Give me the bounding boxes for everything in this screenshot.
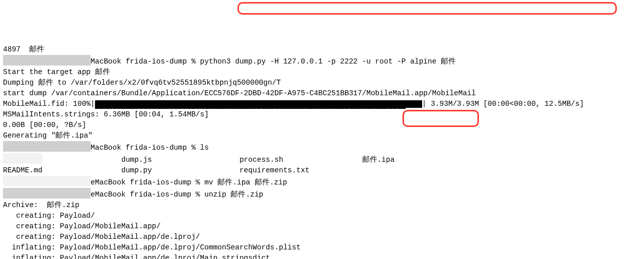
terminal-text: Generating "邮件.ipa"	[3, 132, 93, 140]
terminal-line: 0.00B [00:00, ?B/s]	[3, 120, 641, 131]
terminal-text: creating: Payload/	[3, 212, 95, 220]
terminal-text: inflating: Payload/MobileMail.app/de.lpr…	[3, 243, 301, 251]
terminal-text: eMacBook frida-ios-dump % unzip 邮件.zip	[91, 190, 263, 199]
terminal-line: MSMailIntents.strings: 6.36MB [00:04, 1.…	[3, 109, 641, 120]
highlight-command	[237, 2, 617, 15]
terminal-text: MacBook frida-ios-dump % ls	[91, 144, 209, 152]
redacted-hostname	[3, 141, 91, 152]
ls-output: dump.py requirements.txt	[42, 166, 309, 174]
terminal-text: Start the target app 邮件	[3, 68, 110, 76]
terminal-line: eMacBook frida-ios-dump % mv 邮件.ipa 邮件.z…	[3, 176, 641, 188]
ls-output: dump.js process.sh 邮件.ipa	[42, 156, 394, 164]
terminal-text: MSMailIntents.strings: 6.36MB [00:04, 1.…	[3, 110, 209, 118]
terminal-text: 4897 邮件	[3, 45, 44, 53]
terminal-text: 0.00B [00:00, ?B/s]	[3, 121, 86, 129]
terminal-text: MacBook frida-ios-dump % python3 dump.py…	[91, 57, 456, 66]
redacted-hostname	[3, 188, 91, 199]
redacted-text: LICENSE	[3, 153, 42, 164]
terminal-text: inflating: Payload/MobileMail.app/de.lpr…	[3, 254, 270, 259]
terminal-text: creating: Payload/MobileMail.app/de.lpro…	[3, 233, 200, 241]
terminal-line: creating: Payload/MobileMail.app/	[3, 221, 641, 232]
terminal-line: LICENSE dump.js process.sh 邮件.ipa	[3, 153, 641, 165]
ls-col1: README.md	[3, 166, 42, 174]
terminal-line: creating: Payload/MobileMail.app/de.lpro…	[3, 232, 641, 242]
terminal-text: Archive: 邮件.zip	[3, 201, 79, 209]
terminal-line: eMacBook frida-ios-dump % unzip 邮件.zip	[3, 188, 641, 200]
progress-bar: ████████████████████████████████████████…	[95, 100, 422, 108]
terminal-line: inflating: Payload/MobileMail.app/de.lpr…	[3, 242, 641, 253]
terminal-text: Dumping 邮件 to /var/folders/x2/0fvq6tv525…	[3, 79, 281, 87]
terminal-line: creating: Payload/	[3, 211, 641, 221]
redacted-hostname	[3, 55, 91, 66]
terminal-text: start dump /var/containers/Bundle/Applic…	[3, 89, 476, 97]
terminal-line: MobileMail.fid: 100%|███████████████████…	[3, 99, 641, 109]
progress-stats: | 3.93M/3.93M [00:00<00:00, 12.5MB/s]	[422, 100, 584, 108]
progress-label: MobileMail.fid: 100%|	[3, 100, 95, 108]
terminal-line: 4897 邮件	[3, 44, 641, 55]
redacted-hostname	[3, 176, 91, 186]
terminal-text: eMacBook frida-ios-dump % mv 邮件.ipa 邮件.z…	[91, 178, 287, 186]
terminal-text: creating: Payload/MobileMail.app/	[3, 222, 160, 230]
terminal-line: MacBook frida-ios-dump % ls	[3, 141, 641, 153]
terminal-line: Generating "邮件.ipa"	[3, 131, 641, 141]
terminal-line: MacBook frida-ios-dump % python3 dump.py…	[3, 55, 641, 67]
terminal-line: inflating: Payload/MobileMail.app/de.lpr…	[3, 253, 641, 259]
terminal-line: README.md dump.py requirements.txt	[3, 165, 641, 176]
terminal-line: Start the target app 邮件	[3, 67, 641, 78]
terminal-line: Dumping 邮件 to /var/folders/x2/0fvq6tv525…	[3, 78, 641, 88]
terminal-line: start dump /var/containers/Bundle/Applic…	[3, 88, 641, 99]
terminal-output: 4897 邮件 MacBook frida-ios-dump % python3…	[3, 44, 641, 259]
terminal-line: Archive: 邮件.zip	[3, 200, 641, 211]
